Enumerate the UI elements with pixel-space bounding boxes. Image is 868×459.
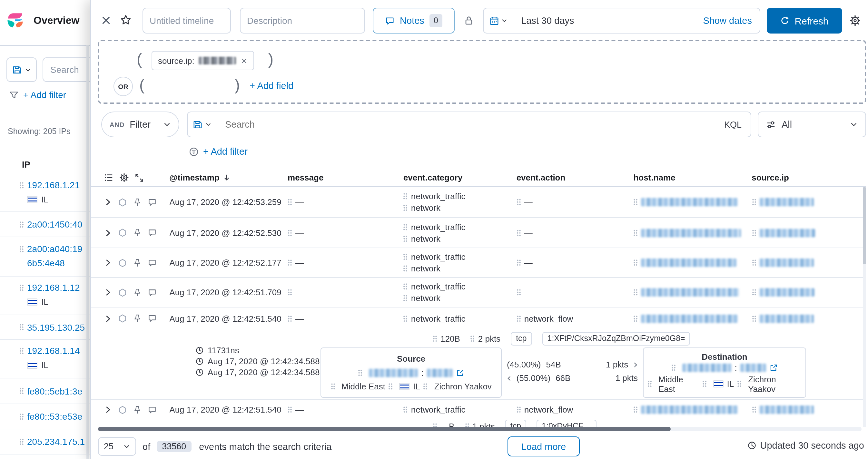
add-note-icon[interactable] (148, 288, 157, 297)
event-status-icon[interactable] (118, 198, 127, 207)
flow-id-badge[interactable]: 1:0xDyHCF… (536, 420, 596, 427)
drag-handle-icon[interactable] (19, 182, 24, 189)
source-country[interactable]: IL (413, 382, 420, 391)
ip-link[interactable]: 2a00:1450:40 (27, 219, 82, 230)
ip-link-line2[interactable]: 6b5:4e48 (27, 258, 65, 268)
ip-link[interactable]: fe80::5eb1:3e (27, 386, 82, 396)
drag-handle-icon[interactable] (389, 383, 393, 390)
add-note-icon[interactable] (148, 228, 157, 237)
remove-pill-icon[interactable] (241, 57, 248, 64)
expand-row-icon[interactable] (104, 259, 112, 267)
column-header-host-name[interactable]: host.name (633, 173, 675, 183)
event-status-icon[interactable] (118, 405, 127, 414)
gear-icon[interactable] (119, 173, 129, 183)
load-more-button[interactable]: Load more (507, 436, 580, 456)
source-city[interactable]: Zichron Yaakov (434, 382, 492, 391)
redacted-source-ip[interactable] (760, 314, 813, 323)
draggable-value[interactable]: 120B (433, 334, 460, 343)
draggable-value[interactable]: network_traffic (403, 282, 466, 291)
drag-handle-icon[interactable] (403, 193, 408, 200)
drag-handle-icon[interactable] (403, 406, 408, 413)
event-status-icon[interactable] (118, 258, 127, 267)
add-note-icon[interactable] (148, 314, 157, 323)
destination-city[interactable]: Zichron Yaakov (748, 374, 802, 394)
draggable-value[interactable]: network_traffic (403, 252, 466, 262)
drag-handle-icon[interactable] (633, 406, 638, 413)
drag-handle-icon[interactable] (19, 245, 24, 252)
ip-link[interactable]: 192.168.1.21 (27, 180, 80, 190)
protocol-badge[interactable]: tcp (511, 332, 532, 346)
field-browser-icon[interactable] (104, 173, 114, 183)
timeline-add-filter[interactable]: + Add filter (189, 144, 248, 159)
drag-handle-icon[interactable] (517, 315, 521, 322)
redacted-host-name[interactable] (641, 405, 738, 414)
expand-row-icon[interactable] (104, 405, 112, 414)
external-link-icon[interactable] (456, 368, 464, 377)
draggable-value[interactable]: network_traffic (403, 192, 466, 201)
query-drop-zone[interactable]: ( source.ip: ) OR ( ) + Add field (98, 40, 866, 104)
drag-handle-icon[interactable] (752, 289, 756, 296)
drag-handle-icon[interactable] (517, 259, 521, 266)
drag-handle-icon[interactable] (752, 259, 756, 266)
external-link-icon[interactable] (769, 364, 778, 372)
drag-handle-icon[interactable] (403, 315, 408, 322)
pin-event-icon[interactable] (133, 405, 142, 414)
lock-date-button[interactable] (464, 15, 474, 28)
drag-handle-icon[interactable] (517, 406, 521, 413)
drag-handle-icon[interactable] (19, 438, 24, 445)
page-size-select[interactable]: 25 (98, 437, 136, 456)
source-region[interactable]: Middle East (341, 382, 385, 391)
drag-handle-icon[interactable] (633, 229, 638, 236)
draggable-value[interactable]: network_traffic (403, 314, 466, 323)
drag-handle-icon[interactable] (633, 289, 638, 296)
drag-handle-icon[interactable] (403, 235, 408, 242)
favorite-timeline-button[interactable] (120, 14, 131, 28)
add-note-icon[interactable] (148, 258, 157, 267)
column-header-event-action[interactable]: event.action (517, 173, 565, 183)
date-range-label[interactable]: Last 30 days (521, 15, 574, 26)
redacted-host-name[interactable] (641, 229, 741, 237)
draggable-value[interactable]: network (403, 234, 466, 243)
drag-handle-icon[interactable] (752, 315, 756, 322)
add-field-link[interactable]: + Add field (250, 80, 293, 91)
quick-select-date-button[interactable] (484, 8, 513, 33)
pin-event-icon[interactable] (133, 228, 142, 237)
drag-handle-icon[interactable] (331, 383, 335, 390)
flow-id-badge[interactable]: 1:XFtP/CksxRJoZqZBmOiFzyme0G8= (542, 332, 690, 346)
kql-toggle[interactable]: KQL (724, 120, 742, 129)
drag-handle-icon[interactable] (517, 199, 521, 206)
drag-handle-icon[interactable] (403, 253, 408, 260)
draggable-value[interactable]: …B (433, 422, 454, 427)
redacted-source-ip[interactable] (760, 259, 813, 267)
expand-row-icon[interactable] (104, 288, 112, 297)
fullscreen-icon[interactable] (135, 173, 144, 182)
drag-handle-icon[interactable] (633, 315, 638, 322)
add-note-icon[interactable] (148, 198, 157, 207)
expand-row-icon[interactable] (104, 198, 112, 206)
drag-handle-icon[interactable] (737, 380, 742, 388)
draggable-value[interactable]: network (403, 203, 466, 213)
drag-handle-icon[interactable] (702, 380, 707, 388)
drag-handle-icon[interactable] (752, 229, 756, 236)
drag-handle-icon[interactable] (403, 295, 408, 302)
drag-handle-icon[interactable] (19, 221, 24, 228)
expand-row-icon[interactable] (104, 314, 112, 323)
ip-link[interactable]: 192.168.1.14 (27, 346, 80, 356)
vertical-scrollbar-thumb[interactable] (863, 187, 866, 264)
ip-link[interactable]: fe80::53:e53e (27, 411, 82, 422)
drag-handle-icon[interactable] (19, 324, 24, 331)
drag-handle-icon[interactable] (288, 315, 292, 322)
drag-handle-icon[interactable] (19, 347, 24, 354)
drag-handle-icon[interactable] (288, 199, 292, 206)
draggable-value[interactable]: network_traffic (403, 222, 466, 232)
redacted-destination-port[interactable] (740, 364, 766, 372)
query-pill-source-ip[interactable]: source.ip: (152, 51, 254, 70)
ip-link[interactable]: 2a00:a040:19 (27, 244, 82, 254)
save-query-button[interactable] (6, 57, 37, 82)
sort-descending-icon[interactable] (223, 173, 231, 182)
drag-handle-icon[interactable] (19, 388, 24, 395)
ip-link[interactable]: 205.234.175.1 (27, 436, 85, 447)
drag-handle-icon[interactable] (288, 259, 292, 266)
timeline-title-input[interactable] (143, 8, 231, 34)
ip-column-header[interactable]: IP (0, 155, 90, 174)
